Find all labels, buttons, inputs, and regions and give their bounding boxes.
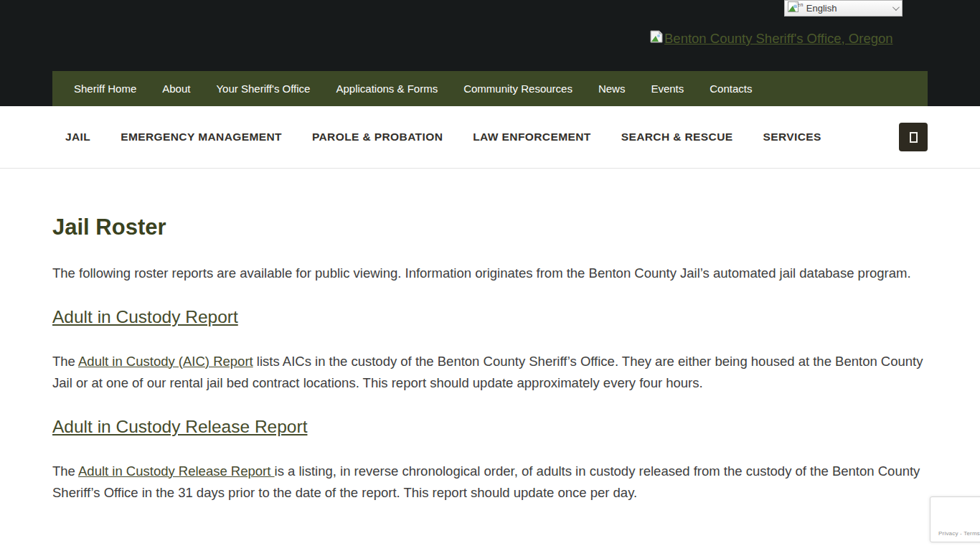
recaptcha-terms-link[interactable]: Terms [963,530,980,537]
recaptcha-privacy-link[interactable]: Privacy [938,530,958,537]
language-selected-label: English [806,3,837,14]
release-report-heading-link[interactable]: Adult in Custody Release Report [52,417,307,436]
nav-item-community-resources[interactable]: Community Resources [451,71,585,106]
release-report-inline-link[interactable]: Adult in Custody Release Report [78,463,275,479]
secondary-nav-inner: JAIL EMERGENCY MANAGEMENT PAROLE & PROBA… [52,106,928,168]
secondary-nav: JAIL EMERGENCY MANAGEMENT PAROLE & PROBA… [0,106,980,169]
broken-image-icon [650,30,663,47]
broken-flag-icon [788,1,798,15]
site-logo-alt-text: Benton County Sheriff's Office, Oregon [664,31,893,47]
language-selector[interactable]: en English [784,0,903,17]
main-content: Jail Roster The following roster reports… [0,169,980,527]
release-report-heading: Adult in Custody Release Report [52,417,928,437]
nav-item-events[interactable]: Events [638,71,697,106]
subnav-item-parole-probation[interactable]: PAROLE & PROBATION [312,131,443,143]
search-button[interactable] [899,123,928,151]
nav-item-applications-forms[interactable]: Applications & Forms [323,71,451,106]
recaptcha-badge: Privacy - Terms [930,496,980,542]
release-report-paragraph: The Adult in Custody Release Report is a… [52,461,925,504]
release-para-pre: The [52,463,78,479]
aic-report-paragraph: The Adult in Custody (AIC) Report lists … [52,351,925,395]
recaptcha-links: Privacy - Terms [938,530,980,537]
nav-item-sheriff-home[interactable]: Sheriff Home [61,71,149,106]
page-title: Jail Roster [52,215,928,240]
chevron-down-icon [892,4,900,11]
intro-paragraph: The following roster reports are availab… [52,263,925,285]
aic-report-inline-link[interactable]: Adult in Custody (AIC) Report [78,354,253,369]
subnav-item-services[interactable]: SERVICES [763,131,821,143]
nav-item-about[interactable]: About [149,71,203,106]
subnav-item-emergency-management[interactable]: EMERGENCY MANAGEMENT [121,131,282,143]
subnav-item-search-rescue[interactable]: SEARCH & RESCUE [621,131,733,143]
aic-report-heading: Adult in Custody Report [52,307,928,327]
aic-para-pre: The [52,354,78,369]
nav-item-news[interactable]: News [585,71,639,106]
subnav-item-law-enforcement[interactable]: LAW ENFORCEMENT [473,131,590,143]
nav-item-your-sheriffs-office[interactable]: Your Sheriff's Office [203,71,323,106]
site-logo-link[interactable]: Benton County Sheriff's Office, Oregon [650,30,893,47]
aic-report-heading-link[interactable]: Adult in Custody Report [52,307,238,326]
site-header: en English Benton County Sheriff's Offic… [0,0,980,106]
search-icon [910,132,918,143]
primary-nav: Sheriff Home About Your Sheriff's Office… [52,71,928,106]
nav-item-contacts[interactable]: Contacts [697,71,765,106]
subnav-item-jail[interactable]: JAIL [65,131,90,143]
